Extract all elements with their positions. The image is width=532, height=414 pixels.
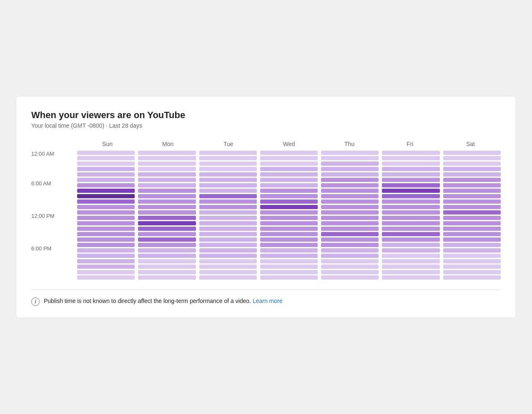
day-column-tue (199, 151, 257, 280)
heat-cell (77, 216, 135, 220)
heatmap-body: 12:00 AM6:00 AM12:00 PM6:00 PM (31, 151, 501, 280)
heat-cell (443, 194, 501, 198)
heat-cell (443, 156, 501, 160)
heat-cell (382, 156, 439, 160)
time-label-12-00-am: 12:00 AM (31, 151, 54, 157)
day-header-wed: Wed (258, 141, 319, 147)
heat-cell (77, 178, 135, 182)
heat-cell (321, 232, 379, 236)
heat-cell (199, 210, 257, 215)
heat-cell (138, 156, 196, 160)
day-column-wed (260, 151, 318, 280)
heat-cell (138, 172, 196, 177)
heat-cell (199, 243, 257, 247)
heat-cell (138, 248, 196, 252)
day-header-thu: Thu (319, 141, 380, 147)
heat-cell (77, 254, 135, 258)
heat-cell (260, 194, 318, 198)
heat-cell (382, 189, 439, 193)
heat-cell (199, 270, 257, 274)
heat-cell (382, 205, 439, 209)
heat-cell (138, 270, 196, 274)
heat-cell (321, 216, 379, 220)
heat-cell (199, 162, 257, 166)
heat-cell (382, 194, 439, 198)
heat-cell (443, 221, 501, 225)
heat-cell (199, 183, 257, 187)
heat-cell (321, 189, 379, 193)
heat-cell (260, 237, 318, 242)
heat-cell (199, 205, 257, 209)
main-card: When your viewers are on YouTube Your lo… (16, 96, 516, 318)
heat-cell (260, 265, 318, 269)
heat-cell (199, 227, 257, 231)
heat-cell (321, 275, 379, 280)
heat-cell (260, 275, 318, 280)
heat-cell (321, 167, 379, 171)
day-column-fri (382, 151, 439, 280)
heat-cell (260, 248, 318, 252)
heat-cell (443, 189, 501, 193)
footer-text: Publish time is not known to directly af… (44, 297, 282, 305)
heat-cell (260, 156, 318, 160)
learn-more-link[interactable]: Learn more (253, 298, 283, 304)
heat-cell (138, 194, 196, 198)
heat-cell (199, 259, 257, 263)
heat-cell (321, 162, 379, 166)
heat-cell (321, 270, 379, 274)
heat-cell (138, 221, 196, 225)
heat-cell (443, 265, 501, 269)
heat-cell (443, 259, 501, 263)
heat-cell (77, 162, 135, 166)
heat-cell (138, 210, 196, 215)
heat-cell (260, 178, 318, 182)
heat-cell (138, 259, 196, 263)
heat-cell (443, 199, 501, 204)
heat-cell (138, 189, 196, 193)
day-header-sat: Sat (440, 141, 501, 147)
heat-cell (77, 156, 135, 160)
heat-cell (321, 205, 379, 209)
day-column-mon (138, 151, 196, 280)
heat-cell (138, 254, 196, 258)
heat-cell (443, 275, 501, 280)
heat-cell (199, 216, 257, 220)
heat-cell (260, 183, 318, 187)
divider (31, 290, 501, 290)
card-subtitle: Your local time (GMT -0800) · Last 28 da… (31, 122, 501, 129)
heat-cell (77, 172, 135, 177)
day-header-fri: Fri (380, 141, 440, 147)
heat-cell (138, 178, 196, 182)
heat-cell (199, 248, 257, 252)
heat-cell (199, 275, 257, 280)
heat-cell (199, 265, 257, 269)
heat-cell (199, 172, 257, 177)
card-title: When your viewers are on YouTube (31, 110, 501, 121)
heat-cell (199, 237, 257, 242)
heat-cell (77, 275, 135, 280)
heat-cell (382, 216, 439, 220)
heat-cell (382, 172, 439, 177)
heat-cell (321, 221, 379, 225)
heat-cell (260, 270, 318, 274)
heat-cell (77, 189, 135, 193)
heat-cell (260, 210, 318, 215)
day-header-tue: Tue (198, 141, 258, 147)
heat-cell (443, 216, 501, 220)
heat-cell (443, 151, 501, 155)
heat-cell (199, 151, 257, 155)
heat-cell (321, 178, 379, 182)
heat-cell (382, 270, 439, 274)
heat-cell (321, 194, 379, 198)
day-column-sat (443, 151, 501, 280)
heat-cell (321, 172, 379, 177)
heat-cell (321, 151, 379, 155)
time-labels: 12:00 AM6:00 AM12:00 PM6:00 PM (31, 151, 77, 280)
heat-cell (321, 156, 379, 160)
time-label-6-00-am: 6:00 AM (31, 180, 51, 187)
heat-cell (260, 227, 318, 231)
heat-cell (260, 254, 318, 258)
heat-cell (77, 232, 135, 236)
heat-cell (260, 205, 318, 209)
heat-cell (321, 237, 379, 242)
